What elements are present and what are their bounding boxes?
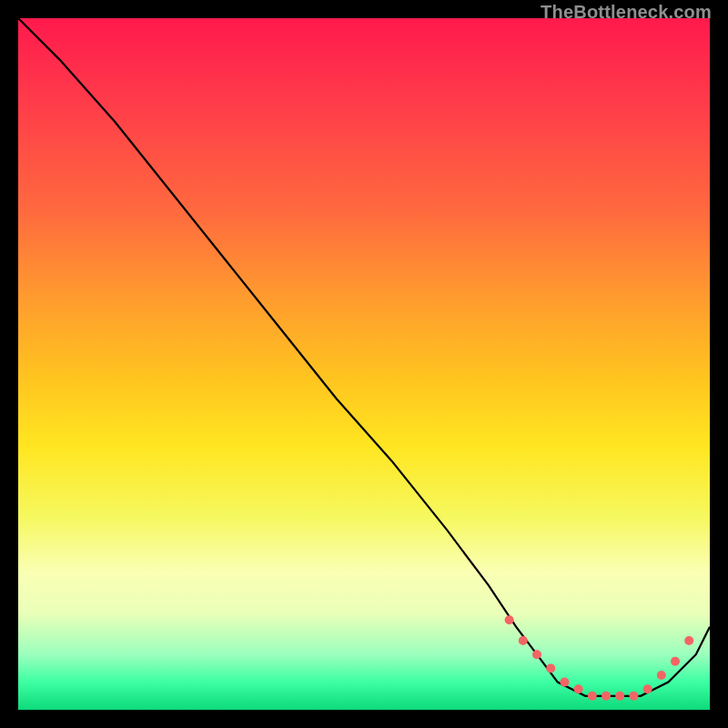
marker-dot: [643, 684, 652, 693]
marker-dot: [602, 692, 611, 701]
marker-dot: [657, 671, 666, 680]
chart-overlay: [18, 18, 710, 710]
marker-dot: [574, 684, 583, 693]
marker-dot: [629, 692, 638, 701]
marker-dot: [519, 636, 528, 645]
marker-dot: [505, 615, 514, 624]
plot-area: [18, 18, 710, 710]
marker-dot: [588, 692, 597, 701]
marker-dot: [560, 678, 569, 687]
marker-group: [505, 615, 694, 701]
marker-dot: [671, 657, 680, 666]
marker-dot: [684, 636, 693, 645]
chart-stage: TheBottleneck.com: [0, 0, 728, 728]
marker-dot: [532, 650, 541, 659]
marker-dot: [546, 663, 555, 672]
curve-line: [18, 18, 710, 696]
marker-dot: [615, 692, 624, 701]
